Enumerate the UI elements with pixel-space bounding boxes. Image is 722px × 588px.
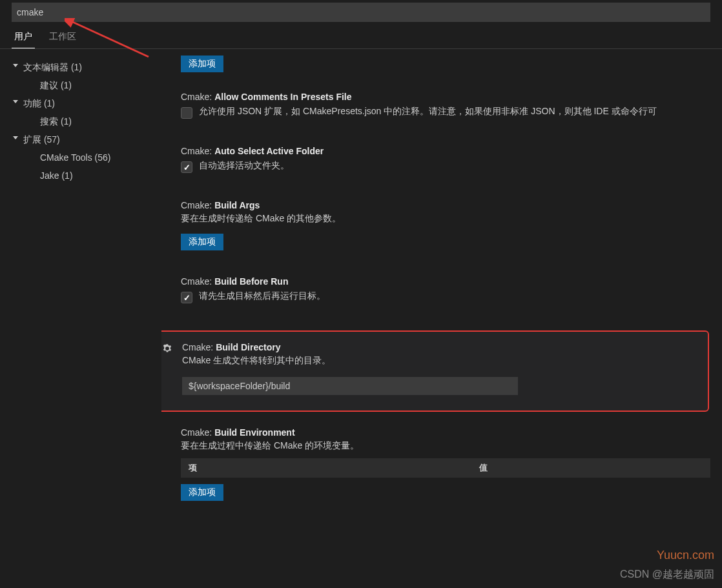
settings-tabs: 用户 工作区 — [0, 25, 722, 49]
setting-description: 请先生成目标然后再运行目标。 — [199, 290, 325, 302]
sidebar-item-features[interactable]: 功能 (1) — [6, 94, 161, 112]
watermark-text: Yuucn.com — [657, 549, 714, 562]
setting-description: 自动选择活动文件夹。 — [199, 160, 289, 172]
setting-description: 要在生成过程中传递给 CMake 的环境变量。 — [181, 440, 710, 452]
sidebar-item-suggestions[interactable]: 建议 (1) — [6, 76, 161, 94]
settings-main: 添加项 Cmake: Allow Comments In Presets Fil… — [161, 49, 722, 585]
settings-search-bar[interactable] — [12, 3, 710, 22]
setting-build-args: Cmake: Build Args 要在生成时传递给 CMake 的其他参数。 … — [181, 200, 710, 250]
search-input[interactable] — [17, 7, 705, 17]
setting-allow-comments: Cmake: Allow Comments In Presets File 允许… — [181, 92, 710, 120]
setting-title: Cmake: Build Directory — [182, 342, 695, 352]
tab-user[interactable]: 用户 — [12, 25, 35, 48]
setting-description: CMake 生成文件将转到其中的目录。 — [182, 355, 695, 367]
csdn-attribution: CSDN @越老越顽固 — [620, 568, 714, 582]
setting-build-before-run: Cmake: Build Before Run 请先生成目标然后再运行目标。 — [181, 276, 710, 305]
table-col-key: 项 — [189, 462, 479, 474]
setting-description: 允许使用 JSON 扩展，如 CMakePresets.json 中的注释。请注… — [199, 106, 657, 117]
highlighted-setting-build-directory: Cmake: Build Directory CMake 生成文件将转到其中的目… — [161, 330, 709, 412]
setting-description: 要在生成时传递给 CMake 的其他参数。 — [181, 213, 710, 225]
sidebar-item-extensions[interactable]: 扩展 (57) — [6, 130, 161, 148]
setting-title: Cmake: Auto Select Active Folder — [181, 146, 710, 156]
build-directory-input[interactable] — [182, 377, 518, 395]
setting-title: Cmake: Build Before Run — [181, 276, 710, 287]
add-item-button-top[interactable]: 添加项 — [181, 56, 223, 72]
setting-build-environment: Cmake: Build Environment 要在生成过程中传递给 CMak… — [181, 427, 710, 501]
add-item-button[interactable]: 添加项 — [181, 484, 223, 501]
setting-auto-select: Cmake: Auto Select Active Folder 自动选择活动文… — [181, 146, 710, 174]
gear-icon[interactable] — [161, 343, 173, 357]
sidebar-item-text-editor[interactable]: 文本编辑器 (1) — [6, 58, 161, 76]
setting-title: Cmake: Build Environment — [181, 427, 710, 438]
setting-title: Cmake: Allow Comments In Presets File — [181, 92, 710, 102]
sidebar-item-jake[interactable]: Jake (1) — [6, 167, 161, 185]
setting-title: Cmake: Build Args — [181, 200, 710, 210]
env-table-header: 项 值 — [181, 458, 710, 478]
checkbox-auto-select[interactable] — [181, 161, 192, 173]
tab-workspace[interactable]: 工作区 — [46, 25, 79, 48]
checkbox-build-before-run[interactable] — [181, 292, 192, 303]
settings-sidebar: 文本编辑器 (1) 建议 (1) 功能 (1) 搜索 (1) 扩展 (57) C… — [0, 49, 161, 585]
add-item-button[interactable]: 添加项 — [181, 234, 223, 250]
sidebar-item-cmake-tools[interactable]: CMake Tools (56) — [6, 148, 161, 167]
sidebar-item-search[interactable]: 搜索 (1) — [6, 112, 161, 130]
checkbox-allow-comments[interactable] — [181, 107, 192, 119]
table-col-value: 值 — [479, 462, 488, 474]
